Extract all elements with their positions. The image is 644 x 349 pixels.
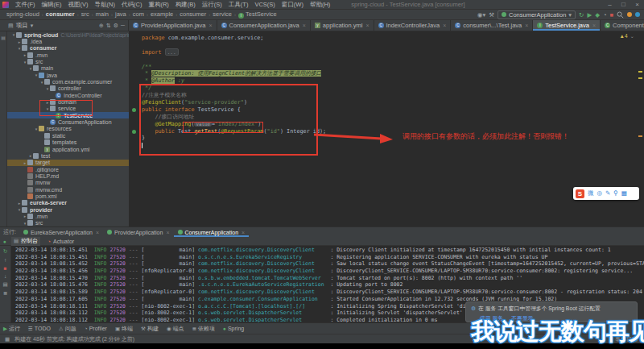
breadcrumb-item[interactable]: spring-cloud [6, 10, 39, 18]
close-tab-icon[interactable]: × [443, 23, 446, 28]
window-corner-icon[interactable]: ▦ [5, 336, 10, 343]
toolwindow-button-problems[interactable]: ⚠问题 [59, 325, 76, 333]
collapse-all-icon[interactable]: ⇅ [106, 23, 111, 29]
softwrap-icon[interactable]: ▤ [2, 281, 7, 288]
menu-item[interactable]: 导航(N) [92, 1, 118, 8]
gear-icon[interactable]: ⚙ [114, 23, 118, 29]
toolwindow-button-endpoints[interactable]: ◉端点 [167, 325, 184, 333]
tree-item-consumerapplication[interactable]: CConsumerApplication [7, 118, 129, 125]
close-button[interactable]: × [630, 0, 644, 10]
down-stack-icon[interactable]: ↓ [4, 273, 6, 279]
breadcrumb-item[interactable]: consumer [46, 10, 75, 18]
chevron-down-icon[interactable]: ▾ [31, 23, 34, 29]
project-toolwindow-icon[interactable]: ▤ [0, 35, 6, 40]
tree-item-static[interactable]: static [7, 132, 129, 139]
menu-item[interactable]: 编辑(E) [39, 1, 65, 8]
tree-item-pom-xml[interactable]: pom.xml [7, 193, 129, 199]
breadcrumb-item[interactable]: service [213, 10, 232, 18]
avatar[interactable] [627, 12, 632, 17]
editor-tab-consumerapplication-java[interactable]: CConsumerApplication.java× [217, 20, 311, 31]
menu-item[interactable]: VCS(S) [251, 1, 278, 8]
tree-item-src[interactable]: ▾src [7, 220, 129, 226]
console-subtab-控制台[interactable]: ▤控制台 [11, 237, 40, 246]
tree-item-spring-cloud[interactable]: ▾spring-cloudC:\Users\HP\IdeaProjects\sp… [7, 31, 129, 38]
tree-item-eureka-server[interactable]: ▸eureka-server [7, 200, 129, 206]
share-tool-icon[interactable]: ⚲ [613, 189, 618, 197]
close-tab-icon[interactable]: × [525, 23, 528, 28]
screenshot-app-logo[interactable]: S [576, 189, 584, 198]
tree-item-domain[interactable]: ▸domain [7, 98, 129, 105]
tree-item--idea[interactable]: ▸.idea [7, 38, 129, 44]
editor-tab-testservice-java[interactable]: ITestService.java× [533, 20, 601, 31]
tree-item-test[interactable]: ▸test [7, 152, 129, 159]
menu-item[interactable]: 构建(B) [172, 1, 199, 8]
tree-item-mvnw-cmd[interactable]: mvnw.cmd [7, 186, 129, 193]
menu-item[interactable]: 帮助(H) [307, 1, 333, 8]
share-tool-icon[interactable]: ✎ [605, 189, 610, 197]
close-tab-icon[interactable]: × [96, 230, 99, 235]
tree-item-provider[interactable]: ▾provider [7, 206, 129, 213]
tree-item-help-md[interactable]: HELP.md [7, 172, 129, 179]
menu-item[interactable]: 文件(F) [12, 1, 39, 8]
user-icon[interactable]: ◉▾ [477, 11, 485, 19]
tree-item-templates[interactable]: templates [7, 139, 129, 146]
toolwindow-button-todo[interactable]: ☰TODO [28, 326, 51, 332]
inspections-widget[interactable]: ▲4⌄ [619, 33, 634, 39]
tree-item-service[interactable]: ▾service [7, 106, 129, 112]
close-tab-icon[interactable]: × [242, 230, 245, 235]
breadcrumb-item[interactable]: src [81, 10, 89, 18]
breadcrumb-item[interactable]: java [115, 10, 126, 18]
build-hammer-icon[interactable]: ⚒ [489, 11, 494, 19]
breadcrumb-item[interactable]: example [151, 10, 173, 18]
breadcrumb-item[interactable]: consumer [180, 10, 206, 18]
rerun-icon[interactable]: ↻ [579, 11, 584, 19]
run-tab-consumerapplication[interactable]: ConsumerApplication× [174, 227, 250, 237]
tree-item-mvnw[interactable]: mvnw [7, 180, 129, 186]
tree-item-com-example-consumer[interactable]: ▾com.example.consumer [7, 78, 129, 85]
stop-icon[interactable]: ■ [609, 11, 613, 19]
tree-item-main[interactable]: ▾main [7, 65, 129, 72]
debug-icon[interactable]: ◆ [595, 11, 600, 19]
tree-item-target[interactable]: ▸target [7, 160, 129, 166]
console-subtab-actuator[interactable]: ◔Actuator [45, 237, 76, 246]
close-tab-icon[interactable]: × [208, 23, 212, 28]
toolwindow-button-profiler[interactable]: ◔Profiler [85, 326, 107, 331]
run-config-select[interactable]: ConsumerApplication ▾ [497, 10, 576, 19]
menu-item[interactable]: 窗口(W) [279, 1, 307, 8]
toolwindow-button-spring[interactable]: ●Spring [223, 326, 244, 331]
gutter-implement-icon[interactable] [132, 108, 136, 112]
locate-icon[interactable]: ⊕ [99, 23, 104, 29]
search-icon[interactable] [617, 11, 624, 19]
run-tab-providerapplication[interactable]: ProviderApplication× [103, 227, 173, 237]
minimize-button[interactable]: – [603, 0, 617, 10]
breadcrumb-item[interactable]: main [96, 10, 109, 18]
up-stack-icon[interactable]: ↑ [4, 257, 6, 263]
stop-icon[interactable]: ■ [4, 265, 7, 271]
tree-item-java[interactable]: ▾java [7, 72, 129, 78]
share-tool-icon[interactable]: 微 [588, 189, 594, 197]
menu-item[interactable]: 运行(S) [199, 1, 225, 8]
breadcrumb-item[interactable]: com [133, 10, 144, 18]
hide-panel-icon[interactable]: ─ [121, 23, 125, 28]
toolwindow-button-terminal[interactable]: ▣终端 [115, 325, 133, 333]
editor-tab-consumer-test-java[interactable]: Cconsumer\...\Test.java× [451, 20, 533, 31]
profile-icon[interactable]: ◔ [603, 11, 607, 19]
toolwindow-button-build[interactable]: ⚒构建 [141, 325, 159, 333]
tree-item-testservice[interactable]: ITestService [7, 112, 129, 118]
close-tab-icon[interactable]: × [365, 23, 369, 28]
run-tab-eurekaserverapplication[interactable]: EurekaServerApplication× [19, 227, 103, 237]
toolwindow-button-run[interactable]: ▶运行 [3, 325, 20, 333]
tree-item--mvn[interactable]: ▸.mvn [7, 52, 129, 58]
tree-item-consumer[interactable]: ▾consumer [7, 45, 129, 52]
editor-tab-component-class[interactable]: CComponent.class× [601, 20, 644, 31]
editor-tab-indexcontrollerjava[interactable]: CIndexControllerJava× [374, 20, 452, 31]
tree-item-src[interactable]: ▾src [7, 58, 129, 64]
close-tab-icon[interactable]: × [592, 23, 596, 28]
tree-item-resources[interactable]: ▾resources [7, 126, 129, 132]
gutter-implement-icon[interactable] [132, 130, 136, 134]
run-icon[interactable]: ▶ [587, 11, 592, 19]
plugin-avatar[interactable] [635, 12, 640, 17]
editor-tab-application-yml[interactable]: yapplication.yml× [311, 20, 374, 31]
share-tool-icon[interactable]: ◎ [597, 189, 603, 197]
breadcrumb-item[interactable]: ITestService [238, 10, 277, 18]
